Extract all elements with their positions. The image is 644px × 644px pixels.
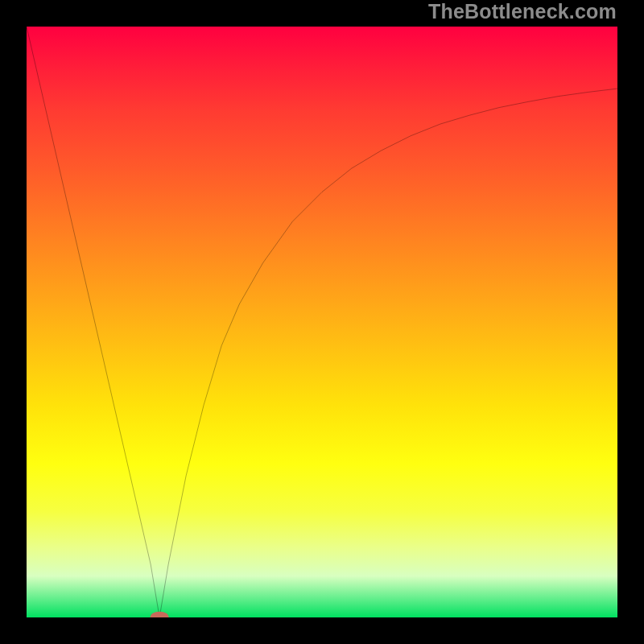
minimum-marker <box>150 612 168 617</box>
watermark-text: TheBottleneck.com <box>428 0 617 23</box>
chart-frame: TheBottleneck.com <box>0 0 644 644</box>
plot-area <box>27 27 617 617</box>
chart-svg <box>27 27 617 617</box>
bottleneck-curve <box>27 27 617 617</box>
